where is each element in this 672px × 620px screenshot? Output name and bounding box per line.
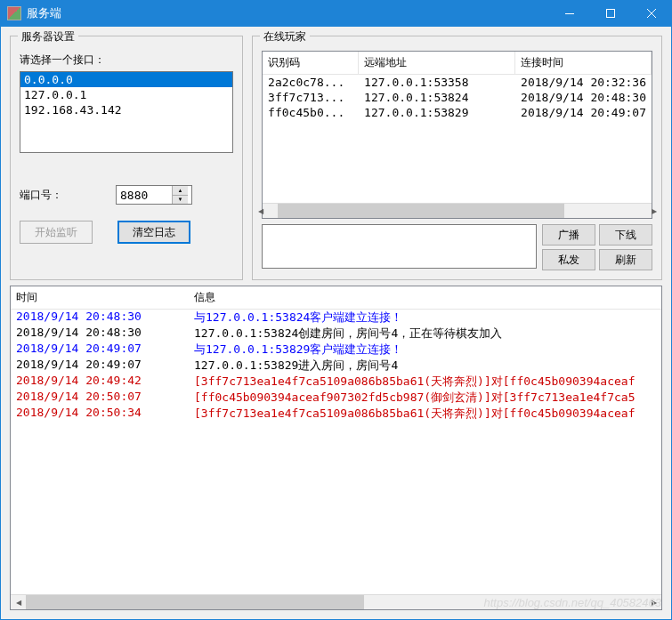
port-down-button[interactable]: ▼ [173,196,188,205]
log-row[interactable]: 2018/9/14 20:50:07[ff0c45b090394aceaf907… [11,390,661,406]
online-players-group: 在线玩家 识别码 远端地址 连接时间 2a2c0c78...127.0.0.1:… [252,36,662,280]
interface-item[interactable]: 127.0.0.1 [20,87,232,102]
clear-log-button[interactable]: 清空日志 [117,221,190,244]
server-settings-group: 服务器设置 请选择一个接口： 0.0.0.0127.0.0.1192.168.4… [10,36,243,280]
log-column-time[interactable]: 时间 [11,286,189,309]
kick-button[interactable]: 下线 [599,224,652,246]
private-button[interactable]: 私发 [542,249,595,270]
players-table[interactable]: 识别码 远端地址 连接时间 2a2c0c78...127.0.0.1:53358… [262,51,652,219]
maximize-button[interactable] [590,0,631,27]
scroll-thumb[interactable] [26,595,364,609]
svg-rect-0 [565,13,574,14]
log-body[interactable]: 2018/9/14 20:48:30与127.0.0.1:53824客户端建立连… [11,310,661,594]
scroll-right-icon[interactable]: ▶ [646,595,661,610]
log-row[interactable]: 2018/9/14 20:50:34[3ff7c713ea1e4f7ca5109… [11,406,661,422]
log-hscrollbar[interactable]: ◀ ▶ [11,594,661,609]
message-input[interactable] [262,224,537,269]
log-panel: 时间 信息 2018/9/14 20:48:30与127.0.0.1:53824… [10,286,662,610]
port-spinner[interactable]: ▲ ▼ [116,185,192,205]
broadcast-button[interactable]: 广播 [542,224,595,246]
log-row[interactable]: 2018/9/14 20:49:07与127.0.0.1:53829客户端建立连… [11,342,661,358]
log-row[interactable]: 2018/9/14 20:48:30127.0.0.1:53824创建房间，房间… [11,326,661,342]
interface-label: 请选择一个接口： [20,52,233,68]
server-settings-title: 服务器设置 [18,29,78,44]
log-column-msg[interactable]: 信息 [189,286,661,309]
interface-item[interactable]: 192.168.43.142 [20,102,232,117]
interface-list[interactable]: 0.0.0.0127.0.0.1192.168.43.142 [20,71,233,153]
player-row[interactable]: ff0c45b0...127.0.0.1:538292018/9/14 20:4… [263,105,652,120]
app-icon [7,6,21,20]
interface-item[interactable]: 0.0.0.0 [20,72,232,87]
scroll-left-icon[interactable]: ◀ [11,595,26,610]
scroll-left-icon[interactable]: ◀ [262,204,268,219]
port-input[interactable] [117,186,172,204]
minimize-button[interactable] [549,0,590,27]
port-up-button[interactable]: ▲ [173,186,188,196]
log-row[interactable]: 2018/9/14 20:48:30与127.0.0.1:53824客户端建立连… [11,310,661,326]
titlebar[interactable]: 服务端 [0,0,672,27]
log-row[interactable]: 2018/9/14 20:49:42[3ff7c713ea1e4f7ca5109… [11,374,661,390]
online-players-title: 在线玩家 [260,29,310,44]
player-row[interactable]: 2a2c0c78...127.0.0.1:533582018/9/14 20:3… [263,75,652,90]
players-hscrollbar[interactable]: ◀ ▶ [263,203,652,218]
log-row[interactable]: 2018/9/14 20:49:07127.0.0.1:53829进入房间，房间… [11,358,661,374]
refresh-button[interactable]: 刷新 [599,249,652,270]
svg-rect-1 [607,10,615,18]
close-button[interactable] [631,0,672,27]
window-title: 服务端 [27,5,549,21]
column-time[interactable]: 连接时间 [515,52,652,74]
port-label: 端口号： [20,188,109,203]
start-listen-button: 开始监听 [20,221,93,244]
scroll-thumb[interactable] [278,204,564,218]
scroll-right-icon[interactable]: ▶ [646,204,652,219]
column-addr[interactable]: 远端地址 [359,52,515,74]
column-id[interactable]: 识别码 [263,52,359,74]
player-row[interactable]: 3ff7c713...127.0.0.1:538242018/9/14 20:4… [263,90,652,105]
